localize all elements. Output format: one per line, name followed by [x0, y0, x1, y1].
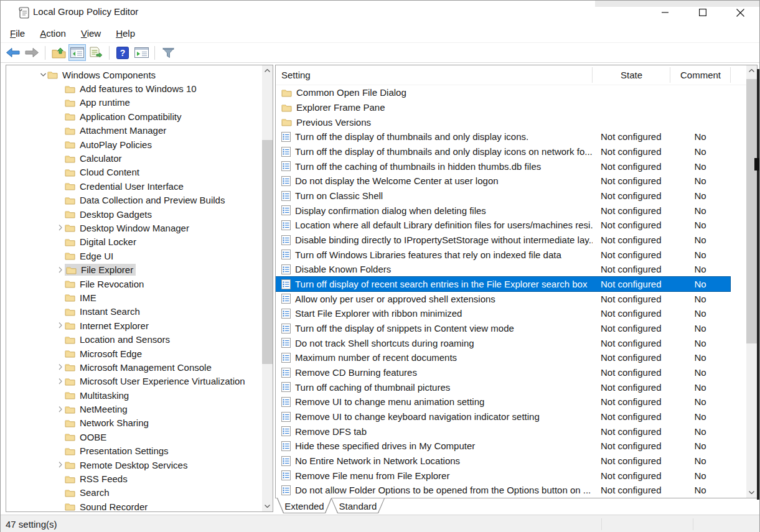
tree-item-search[interactable]: Search [6, 486, 262, 500]
list-policy-row[interactable]: Turn off display of recent search entrie… [276, 277, 730, 292]
list-policy-row[interactable]: Start File Explorer with ribbon minimize… [276, 306, 730, 321]
tree-item-multitasking[interactable]: Multitasking [6, 388, 262, 402]
list-policy-row[interactable]: Turn off the display of thumbnails and o… [276, 144, 730, 159]
tree-item-data-collection-and-preview-builds[interactable]: Data Collection and Preview Builds [6, 194, 262, 207]
tree-item-ime[interactable]: IME [6, 291, 262, 304]
list-policy-row[interactable]: Turn off the caching of thumbnails in hi… [276, 159, 730, 174]
tree-item-remote-desktop-services[interactable]: Remote Desktop Services [6, 458, 262, 472]
forward-button[interactable] [23, 44, 40, 61]
tree-item-desktop-window-manager[interactable]: Desktop Window Manager [6, 221, 262, 235]
menu-file[interactable]: File [2, 24, 32, 42]
list-policy-row[interactable]: Turn on Classic ShellNot configuredNo [276, 189, 730, 203]
tree-item-windows-components[interactable]: Windows Components [6, 68, 262, 82]
chevron-right-icon[interactable] [56, 267, 65, 273]
show-properties-button[interactable] [133, 44, 150, 61]
scroll-up-icon[interactable] [746, 65, 757, 76]
tab-extended[interactable]: Extended [277, 498, 332, 513]
up-one-level-button[interactable] [50, 44, 67, 61]
close-button[interactable] [721, 1, 759, 24]
tree-item-desktop-gadgets[interactable]: Desktop Gadgets [6, 207, 262, 221]
tree-item-sound-recorder[interactable]: Sound Recorder [6, 500, 262, 511]
column-divider[interactable] [730, 67, 731, 83]
list-policy-row[interactable]: Disable binding directly to IPropertySet… [276, 233, 730, 248]
tree-item-file-explorer[interactable]: File Explorer [6, 263, 262, 276]
tree-item-file-revocation[interactable]: File Revocation [6, 277, 262, 291]
chevron-right-icon[interactable] [56, 462, 65, 468]
tree-item-microsoft-management-console[interactable]: Microsoft Management Console [6, 360, 262, 374]
tree-item-microsoft-edge[interactable]: Microsoft Edge [6, 347, 262, 360]
chevron-right-icon[interactable] [56, 322, 65, 329]
list-scrollbar[interactable] [746, 65, 757, 498]
tree-item-application-compatibility[interactable]: Application Compatibility [6, 110, 262, 123]
list-policy-row[interactable]: Hide these specified drives in My Comput… [276, 439, 730, 454]
tree-item-netmeeting[interactable]: NetMeeting [6, 402, 262, 416]
tree-item-microsoft-user-experience-virtualization[interactable]: Microsoft User Experience Virtualization [6, 375, 262, 388]
list-policy-row[interactable]: Disable Known FoldersNot configuredNo [276, 262, 730, 277]
tree-item-digital-locker[interactable]: Digital Locker [6, 235, 262, 249]
chevron-right-icon[interactable] [56, 225, 65, 231]
list-folder-row[interactable]: Explorer Frame Pane [276, 100, 730, 115]
column-header-state[interactable]: State [593, 65, 670, 85]
tree-scrollbar[interactable] [262, 65, 273, 511]
list-policy-row[interactable]: Location where all default Library defin… [276, 218, 730, 233]
tree-item-edge-ui[interactable]: Edge UI [6, 249, 262, 263]
maximize-button[interactable] [684, 1, 721, 24]
list-policy-row[interactable]: Turn off the display of snippets in Cont… [276, 321, 730, 336]
tree-item-instant-search[interactable]: Instant Search [6, 305, 262, 319]
list-policy-row[interactable]: Remove UI to change menu animation setti… [276, 394, 730, 409]
tree-item-add-features-to-windows-10[interactable]: Add features to Windows 10 [6, 82, 262, 95]
tree-item-cloud-content[interactable]: Cloud Content [6, 166, 262, 179]
menu-view[interactable]: View [73, 24, 108, 42]
chevron-right-icon[interactable] [56, 406, 65, 413]
tree-item-location-and-sensors[interactable]: Location and Sensors [6, 332, 262, 346]
scroll-up-icon[interactable] [262, 65, 273, 76]
tree-item-internet-explorer[interactable]: Internet Explorer [6, 319, 262, 332]
column-header-comment[interactable]: Comment [670, 65, 731, 85]
tab-standard[interactable]: Standard [331, 498, 385, 513]
list-policy-row[interactable]: Remove UI to change keyboard navigation … [276, 409, 730, 424]
list-policy-row[interactable]: Do not track Shell shortcuts during roam… [276, 335, 730, 350]
list-policy-row[interactable]: No Entire Network in Network LocationsNo… [276, 454, 730, 469]
help-button[interactable]: ? [114, 44, 131, 61]
list-policy-row[interactable]: Do not allow Folder Options to be opened… [276, 483, 730, 498]
list-policy-row[interactable]: Display confirmation dialog when deletin… [276, 203, 730, 218]
list-policy-row[interactable]: Remove CD Burning featuresNot configured… [276, 365, 730, 380]
list-policy-row[interactable]: Turn off Windows Libraries features that… [276, 247, 730, 262]
tree-item-presentation-settings[interactable]: Presentation Settings [6, 444, 262, 458]
tree-scrollbar-thumb[interactable] [262, 140, 273, 364]
chevron-right-icon[interactable] [56, 378, 65, 385]
tree-item-app-runtime[interactable]: App runtime [6, 96, 262, 110]
show-console-tree-button[interactable] [68, 44, 86, 61]
tree-item-network-sharing[interactable]: Network Sharing [6, 416, 262, 430]
tree-item-calculator[interactable]: Calculator [6, 151, 262, 165]
list-policy-row[interactable]: Allow only per user or approved shell ex… [276, 291, 730, 306]
menu-action[interactable]: Action [32, 24, 73, 42]
tree-item-credential-user-interface[interactable]: Credential User Interface [6, 179, 262, 193]
tree-item-rss-feeds[interactable]: RSS Feeds [6, 472, 262, 485]
tree-item-oobe[interactable]: OOBE [6, 430, 262, 444]
tree-item-label: NetMeeting [80, 404, 128, 414]
list-scrollbar-thumb[interactable] [746, 79, 757, 343]
list-policy-row[interactable]: Do not display the Welcome Center at use… [276, 174, 730, 189]
list-policy-row[interactable]: Remove File menu from File ExplorerNot c… [276, 468, 730, 483]
setting-comment: No [670, 205, 730, 216]
list-folder-row[interactable]: Previous Versions [276, 114, 730, 129]
tree-item-autoplay-policies[interactable]: AutoPlay Policies [6, 138, 262, 151]
tree-item-attachment-manager[interactable]: Attachment Manager [6, 124, 262, 138]
chevron-right-icon[interactable] [56, 364, 65, 370]
list-policy-row[interactable]: Turn off the display of thumbnails and o… [276, 129, 730, 144]
list-folder-row[interactable]: Common Open File Dialog [276, 85, 730, 100]
scroll-down-icon[interactable] [746, 487, 757, 498]
list-policy-row[interactable]: Remove DFS tabNot configuredNo [276, 424, 730, 439]
chevron-down-icon[interactable] [39, 73, 47, 77]
column-header-setting[interactable]: Setting [276, 65, 593, 85]
menu-help[interactable]: Help [108, 24, 143, 42]
list-policy-row[interactable]: Turn off caching of thumbnail picturesNo… [276, 380, 730, 394]
minimize-button[interactable] [647, 1, 684, 24]
back-button[interactable] [4, 44, 22, 61]
scroll-down-icon[interactable] [262, 501, 273, 511]
list-policy-row[interactable]: Maximum number of recent documentsNot co… [276, 350, 730, 365]
export-list-button[interactable] [87, 44, 105, 61]
filter-button[interactable] [159, 44, 177, 61]
setting-comment: No [670, 131, 730, 142]
